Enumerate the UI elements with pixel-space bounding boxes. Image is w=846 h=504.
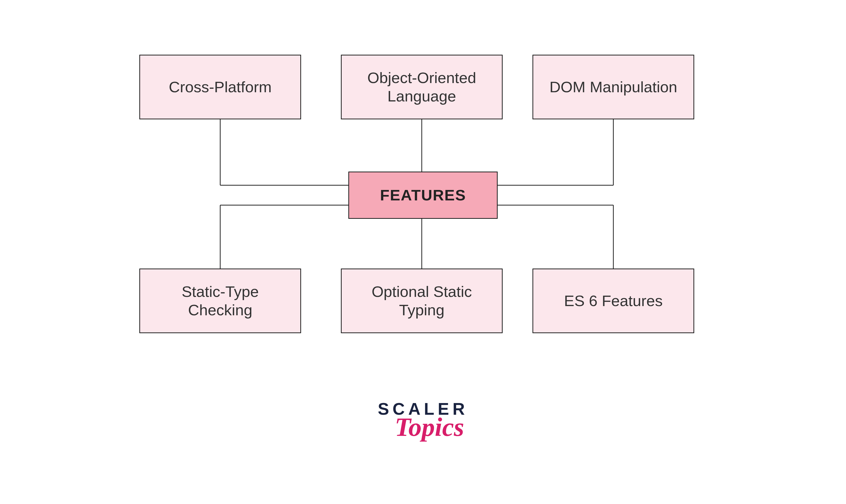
node-label: Object-Oriented Language: [349, 69, 494, 106]
node-optional-static-typing: Optional Static Typing: [341, 269, 503, 333]
node-features-center: FEATURES: [348, 172, 498, 219]
node-label: FEATURES: [380, 186, 466, 204]
node-static-type-checking: Static-Type Checking: [139, 269, 301, 333]
scaler-topics-logo: SCALER Topics: [378, 400, 468, 439]
logo-line2: Topics: [395, 415, 464, 439]
node-label: Cross-Platform: [169, 78, 271, 96]
node-cross-platform: Cross-Platform: [139, 55, 301, 119]
node-dom-manipulation: DOM Manipulation: [532, 55, 694, 119]
node-label: DOM Manipulation: [549, 78, 677, 96]
node-label: Optional Static Typing: [349, 283, 494, 320]
node-object-oriented-language: Object-Oriented Language: [341, 55, 503, 119]
node-es6-features: ES 6 Features: [532, 269, 694, 333]
node-label: ES 6 Features: [564, 292, 663, 310]
diagram-canvas: Cross-Platform Object-Oriented Language …: [0, 0, 846, 504]
node-label: Static-Type Checking: [147, 283, 293, 320]
